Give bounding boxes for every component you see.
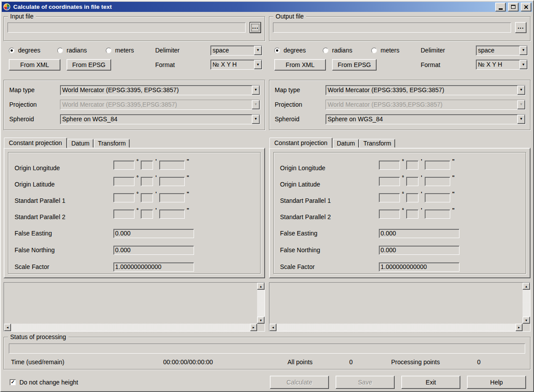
output-from-xml-button[interactable]: From XML: [274, 59, 326, 71]
input-unit-meters[interactable]: meters: [106, 47, 154, 54]
input-tab-datum[interactable]: Datum: [67, 139, 93, 148]
scroll-left-button[interactable]: ◄: [269, 324, 276, 331]
output-format-combo[interactable]: № X Y H ▼: [476, 60, 528, 70]
second-symbol: ": [185, 158, 191, 164]
output-delimiter-combo[interactable]: space ▼: [476, 45, 528, 56]
scroll-down-button[interactable]: ▼: [257, 317, 265, 324]
output-standart-parallel-2-deg[interactable]: [379, 209, 400, 219]
input-origin-longitude-deg[interactable]: [113, 161, 134, 170]
output-origin-latitude-min[interactable]: [406, 177, 418, 186]
combo-dropdown-button[interactable]: ▼: [252, 86, 260, 95]
input-unit-degrees[interactable]: degrees: [9, 47, 57, 54]
output-standart-parallel-2-sec[interactable]: [425, 209, 450, 219]
input-origin-longitude-min[interactable]: [141, 161, 153, 170]
combo-dropdown-button[interactable]: ▼: [517, 86, 525, 95]
exit-button[interactable]: Exit: [401, 376, 460, 389]
horizontal-scrollbar[interactable]: ◄ ►: [4, 324, 257, 331]
second-symbol: ": [450, 158, 456, 164]
input-log-area[interactable]: ▲ ▼ ◄ ►: [4, 282, 265, 332]
output-standart-parallel-1-deg[interactable]: [379, 193, 400, 202]
input-browse-button[interactable]: ...: [250, 22, 261, 33]
input-spheroid-combo[interactable]: Sphere on WGS_84 ▼: [60, 114, 260, 124]
help-button[interactable]: Help: [467, 376, 526, 389]
input-standart-parallel-2-deg[interactable]: [113, 209, 134, 219]
output-standart-parallel-2-min[interactable]: [406, 209, 418, 219]
output-scale-factor-field[interactable]: [379, 262, 459, 272]
scroll-down-button[interactable]: ▼: [523, 317, 530, 324]
scroll-right-button[interactable]: ►: [250, 324, 257, 331]
scroll-down-icon: ▼: [259, 319, 262, 322]
input-format-combo[interactable]: № X Y H ▼: [210, 60, 262, 70]
output-origin-longitude-deg[interactable]: [379, 161, 400, 170]
input-file-path-field[interactable]: [7, 22, 246, 33]
output-origin-latitude-sec[interactable]: [425, 177, 450, 186]
output-tab-datum[interactable]: Datum: [333, 139, 359, 148]
maximize-button[interactable]: [508, 3, 519, 11]
output-false-northing-field[interactable]: [379, 246, 459, 255]
output-standart-parallel-1-sec[interactable]: [425, 193, 450, 202]
output-origin-latitude-label: Origin Latitude: [280, 181, 379, 188]
second-symbol: ": [185, 207, 191, 213]
combo-dropdown-button[interactable]: ▼: [254, 46, 262, 55]
output-log-area[interactable]: ▲ ▼ ◄ ►: [269, 282, 530, 332]
combo-dropdown-button[interactable]: ▼: [254, 60, 262, 69]
input-from-xml-button[interactable]: From XML: [9, 59, 60, 71]
output-origin-longitude-sec[interactable]: [425, 161, 450, 170]
output-origin-longitude-min[interactable]: [406, 161, 418, 170]
scroll-up-button[interactable]: ▲: [523, 283, 530, 290]
horizontal-scrollbar[interactable]: ◄ ►: [269, 324, 523, 331]
input-origin-latitude-deg[interactable]: [113, 177, 134, 186]
input-standart-parallel-2-sec[interactable]: [159, 209, 185, 219]
input-origin-latitude-min[interactable]: [141, 177, 153, 186]
scroll-left-icon: ◄: [6, 326, 9, 329]
input-origin-latitude-sec[interactable]: [159, 177, 185, 186]
output-standart-parallel-1-min[interactable]: [406, 193, 418, 202]
input-from-epsg-button[interactable]: From EPSG: [67, 59, 111, 71]
do-not-change-height-checkbox[interactable]: ✓ Do not change height: [10, 379, 78, 386]
input-origin-longitude-sec[interactable]: [159, 161, 185, 170]
output-tab-transform[interactable]: Transform: [359, 139, 395, 148]
input-scale-factor-field[interactable]: [113, 262, 194, 272]
titlebar[interactable]: Calculate of coordinates in file text ✕: [2, 2, 532, 12]
output-origin-latitude-deg[interactable]: [379, 177, 400, 186]
output-browse-button[interactable]: ...: [515, 22, 527, 33]
input-tab-constant-projection[interactable]: Constant projection: [4, 138, 67, 148]
scroll-right-button[interactable]: ►: [515, 324, 523, 331]
input-map-type-combo[interactable]: World Mercator (EPSG:3395, EPSG:3857) ▼: [60, 85, 260, 95]
vertical-scrollbar[interactable]: ▲ ▼: [523, 283, 530, 324]
input-file-group: Input file ...: [4, 16, 265, 41]
combo-dropdown-button[interactable]: ▼: [517, 115, 525, 124]
output-spheroid-combo[interactable]: Sphere on WGS_84 ▼: [325, 114, 526, 124]
scroll-up-button[interactable]: ▲: [257, 283, 265, 290]
output-from-epsg-button[interactable]: From EPSG: [332, 59, 377, 71]
input-false-easting-field[interactable]: [113, 229, 194, 238]
output-unit-radians[interactable]: radians: [323, 47, 371, 54]
input-delimiter-combo[interactable]: space ▼: [210, 45, 262, 56]
output-map-type-combo[interactable]: World Mercator (EPSG:3395, EPSG:3857) ▼: [325, 85, 526, 95]
input-false-northing-field[interactable]: [113, 246, 194, 255]
output-standart-parallel-2-label: Standart Parallel 2: [280, 213, 379, 220]
scroll-left-button[interactable]: ◄: [4, 324, 11, 331]
input-standart-parallel-1-sec[interactable]: [159, 193, 185, 202]
combo-dropdown-button[interactable]: ▼: [252, 115, 260, 124]
output-tab-constant-projection[interactable]: Constant projection: [269, 138, 332, 148]
save-button: Save: [336, 376, 395, 389]
output-file-path-field[interactable]: [273, 22, 511, 33]
minimize-button[interactable]: [495, 3, 506, 11]
vertical-scrollbar[interactable]: ▲ ▼: [257, 283, 265, 324]
input-tab-transform[interactable]: Transform: [94, 139, 130, 148]
input-standart-parallel-2-min[interactable]: [141, 209, 153, 219]
combo-dropdown-button[interactable]: ▼: [519, 60, 527, 69]
input-unit-radians[interactable]: radians: [57, 47, 106, 54]
output-false-easting-field[interactable]: [379, 229, 459, 238]
input-standart-parallel-2-label: Standart Parallel 2: [15, 213, 113, 220]
minimize-icon: [499, 8, 503, 10]
input-standart-parallel-1-deg[interactable]: [113, 193, 134, 202]
close-button[interactable]: ✕: [521, 3, 531, 11]
output-unit-degrees[interactable]: degrees: [274, 47, 323, 54]
degree-symbol: °: [400, 207, 406, 213]
input-standart-parallel-1-min[interactable]: [141, 193, 153, 202]
combo-dropdown-button[interactable]: ▼: [519, 46, 527, 55]
output-unit-meters[interactable]: meters: [371, 47, 420, 54]
combo-dropdown-button: ▼: [252, 100, 260, 109]
